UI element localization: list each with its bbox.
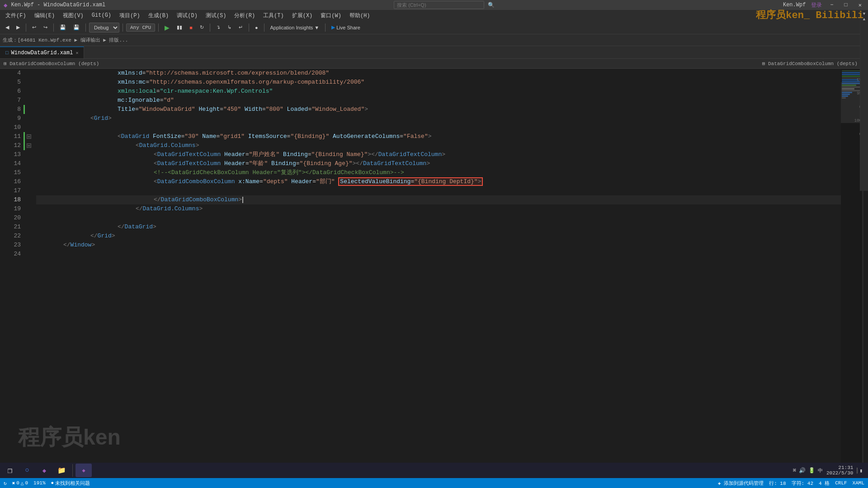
title-bar-right: Ken.Wpf 登录 − □ ✕: [783, 1, 864, 9]
comment-15: <!--<DataGridCheckBoxColumn Header="复选列"…: [154, 169, 404, 176]
toolbar-undo-btn[interactable]: ↩: [29, 23, 39, 33]
status-encoding[interactable]: CRLF: [835, 480, 847, 486]
live-share-btn[interactable]: ▶ Live Share: [329, 23, 363, 33]
status-row[interactable]: 行: 18: [769, 480, 786, 487]
application-insights-btn[interactable]: Application Insights ▼: [268, 23, 322, 33]
search-input[interactable]: [394, 1, 484, 9]
toolbar-save-btn[interactable]: 💾: [57, 23, 69, 33]
val-width: "800": [266, 106, 283, 113]
code-line-18: </DataGridComboBoxColumn>: [36, 195, 841, 204]
active-tab[interactable]: □ WindowDataGrid.xaml ✕: [0, 47, 84, 58]
attr-xmlns-mc: xmlns:mc: [118, 79, 146, 85]
menu-edit[interactable]: 编辑(E): [31, 11, 59, 20]
val-name-g1: "grid1": [220, 133, 245, 140]
green-indicator-11: [24, 132, 25, 141]
toolbar-saveall-btn[interactable]: 💾​​: [71, 23, 82, 33]
toolbar-sep-5: [158, 24, 159, 32]
fg-11[interactable]: −: [25, 132, 33, 141]
menu-tools[interactable]: 工具(T): [259, 11, 288, 20]
status-language[interactable]: XAML: [853, 480, 864, 486]
toolbar-forward-btn[interactable]: ▶: [14, 23, 23, 33]
taskbar-folder-btn[interactable]: 📁: [53, 464, 70, 477]
right-panel-collapsed: ▼ ▲: [860, 10, 868, 191]
menu-build[interactable]: 生成(B): [145, 11, 173, 20]
attr-xname-16: x:Name: [238, 178, 259, 185]
code-line-16: <DataGridComboBoxColumn x:Name="depts" H…: [36, 177, 841, 186]
secondary-toolbar: 生成：[64681 Ken.Wpf.exe ▶ 编译输出 ▶ 排版...: [0, 34, 868, 46]
status-errors[interactable]: ✖ 0 △ 0: [12, 480, 28, 486]
restart-btn[interactable]: ↻: [197, 23, 207, 33]
step-over-btn[interactable]: ↴: [213, 23, 223, 33]
taskbar-windows-btn[interactable]: ❐: [2, 464, 18, 477]
menu-window[interactable]: 窗口(W): [317, 11, 345, 20]
title-bar-search[interactable]: 🔍: [394, 1, 495, 9]
fg-12[interactable]: −: [25, 141, 33, 150]
val-fontsize: "30": [184, 133, 198, 140]
taskbar-chrome-btn[interactable]: ○: [19, 464, 35, 477]
live-share-label: Live Share: [336, 25, 360, 30]
menu-file[interactable]: 文件(F): [2, 11, 30, 20]
menu-git[interactable]: Git(G): [88, 11, 115, 19]
menu-test[interactable]: 测试(S): [202, 11, 230, 20]
fold-btn-11[interactable]: −: [27, 134, 31, 139]
fg-10: [25, 123, 33, 132]
line-num-9: 9: [0, 114, 21, 123]
code-lines[interactable]: xmlns:d="http://schemas.microsoft.com/ex…: [33, 69, 841, 463]
toolbar-sep-8: [264, 24, 264, 32]
menu-bar: 文件(F) 编辑(E) 视图(V) Git(G) 项目(P) 生成(B) 调试(…: [0, 10, 868, 21]
menu-debug[interactable]: 调试(D): [173, 11, 201, 20]
source-control-label: 添加到源代码管理: [724, 481, 764, 486]
stop-btn[interactable]: ■: [187, 23, 195, 33]
toolbar-sep-9: [325, 24, 326, 32]
pause-btn[interactable]: ▮▮: [174, 23, 185, 33]
step-into-btn[interactable]: ↳: [225, 23, 234, 33]
code-line-4: xmlns:d="http://schemas.microsoft.com/ex…: [36, 69, 841, 78]
line-num-23: 23: [0, 241, 21, 250]
toolbar-redo-btn[interactable]: ↪: [41, 23, 50, 33]
fold-btn-12[interactable]: −: [27, 143, 31, 148]
menu-analyze[interactable]: 分析(R): [231, 11, 259, 20]
search-icon: 🔍: [488, 2, 495, 9]
debug-mode-select[interactable]: Debug: [89, 23, 119, 33]
tab-close-btn[interactable]: ✕: [75, 50, 78, 56]
menu-project[interactable]: 项目(P): [116, 11, 144, 20]
ml-6: [842, 79, 859, 81]
taskbar-vs-btn[interactable]: ◆: [36, 464, 52, 477]
right-panel-btn[interactable]: ▼: [863, 12, 865, 16]
taskbar-show-desktop[interactable]: ▮: [857, 468, 863, 474]
attr-header-14: Header: [224, 160, 245, 167]
tag-textcol-14-close: DataGridTextColumn: [363, 160, 426, 167]
run-btn[interactable]: ▶: [162, 23, 172, 33]
fg-20: [25, 213, 33, 223]
title-minimize-btn[interactable]: −: [827, 2, 836, 8]
tag-datagrid-21-close: DataGrid: [125, 223, 153, 230]
menu-extensions[interactable]: 扩展(X): [288, 11, 316, 20]
step-out-btn[interactable]: ↵: [236, 23, 245, 33]
toolbar-back-btn[interactable]: ◀: [3, 23, 12, 33]
right-panel-btn2[interactable]: ▲: [863, 17, 865, 22]
title-maximize-btn[interactable]: □: [842, 2, 850, 8]
fold-gutter: − −: [25, 69, 33, 463]
title-close-btn[interactable]: ✕: [856, 2, 864, 9]
attr-header-13: Header: [224, 151, 245, 158]
line-num-22: 22: [0, 232, 21, 241]
taskbar-vs-active[interactable]: ◆: [75, 464, 92, 477]
code-line-15: <!--<DataGridCheckBoxColumn Header="复选列"…: [36, 168, 841, 177]
status-spaces[interactable]: 4 格: [819, 480, 830, 487]
status-zoom[interactable]: 191%: [33, 480, 45, 486]
status-col[interactable]: 字符: 42: [792, 480, 813, 487]
breakpoint-btn[interactable]: ●: [252, 23, 261, 33]
line-num-16: 16: [0, 177, 21, 186]
code-line-5: xmlns:mc="http://schemas.openxmlformats.…: [36, 78, 841, 87]
app-insights-dropdown-icon: ▼: [314, 25, 319, 30]
code-line-24: [36, 250, 841, 259]
line-num-7: 7: [0, 96, 21, 105]
toolbar-sep-6: [210, 24, 210, 32]
status-add-source[interactable]: ✚ 添加到源代码管理: [718, 480, 764, 487]
menu-view[interactable]: 视图(V): [59, 11, 87, 20]
menu-help[interactable]: 帮助(H): [346, 11, 374, 20]
toolbar-sep-4: [123, 24, 123, 32]
attr-itemssource: ItemsSource: [248, 133, 287, 140]
tag-datagrid-cols: DataGrid.Columns: [139, 142, 196, 149]
login-button[interactable]: 登录: [811, 1, 822, 9]
